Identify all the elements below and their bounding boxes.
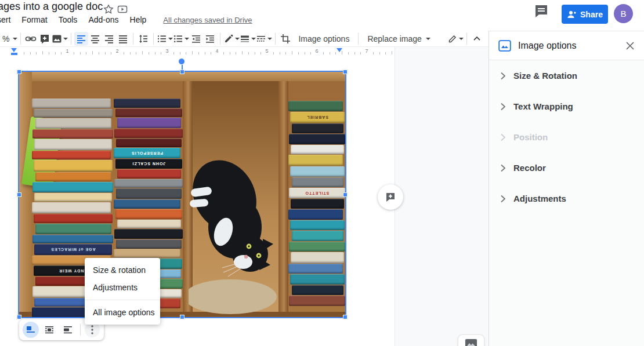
rotation-handle[interactable]	[178, 58, 185, 65]
resize-handle-w[interactable]	[17, 192, 21, 197]
collapse-toolbar-button[interactable]	[470, 32, 484, 46]
book-spine	[114, 179, 183, 188]
comments-icon[interactable]	[534, 4, 549, 18]
book-spine	[116, 188, 182, 199]
menu-item-size-rotation[interactable]: Size & rotation	[85, 261, 160, 279]
book-spine: SABRIEL	[290, 112, 345, 123]
ruler-tick	[354, 52, 355, 54]
insert-image-icon[interactable]	[52, 32, 68, 46]
ruler-tick	[348, 52, 349, 54]
resize-handle-se[interactable]	[343, 315, 348, 319]
resize-handle-ne[interactable]	[343, 70, 348, 74]
resize-handle-e[interactable]	[343, 192, 348, 197]
break-text-button[interactable]	[60, 322, 76, 338]
share-button-label: Share	[580, 10, 603, 19]
wrap-inline-button[interactable]	[23, 322, 39, 338]
panel-section-recolor[interactable]: Recolor	[489, 152, 644, 183]
title-bar: ages into a google doc sert Format Tools…	[0, 0, 644, 31]
align-right-button[interactable]	[102, 32, 116, 46]
left-indent-marker[interactable]	[11, 53, 17, 55]
move-folder-icon[interactable]	[117, 4, 128, 14]
image-options-toolbar-button[interactable]: Image options	[292, 32, 355, 46]
menu-item-adjustments[interactable]: Adjustments	[85, 279, 160, 296]
ruler-tick	[61, 52, 61, 54]
bulleted-list-button[interactable]	[173, 32, 189, 46]
ruler-number: 2	[115, 48, 118, 54]
replace-image-label: Replace image	[367, 34, 421, 43]
chevron-right-icon	[500, 72, 506, 80]
resize-handle-s[interactable]	[180, 315, 184, 319]
ruler-tick	[124, 52, 124, 54]
chevron-down-icon	[426, 38, 430, 40]
book-spine	[288, 155, 343, 166]
menu-item-all-image-options[interactable]: All image options	[85, 304, 160, 321]
decrease-indent-button[interactable]	[189, 32, 203, 46]
ruler-tick	[205, 52, 205, 54]
account-avatar[interactable]: B	[614, 4, 633, 23]
ruler-number: 4	[215, 48, 218, 54]
separator	[153, 33, 154, 45]
wrap-text-button[interactable]	[41, 322, 57, 338]
separator	[275, 33, 276, 45]
star-icon[interactable]	[103, 4, 114, 14]
justify-button[interactable]	[116, 32, 130, 46]
document-image[interactable]: AGE of MIRACLESANDY WEIRPERSEPOLISJOHN S…	[19, 72, 345, 317]
book-spine: JOHN SCALZI	[115, 159, 182, 169]
separator	[358, 33, 359, 45]
menu-separator	[85, 300, 160, 300]
panel-header: Image options	[489, 31, 644, 60]
insert-link-icon[interactable]	[24, 32, 38, 46]
replace-image-button[interactable]: Replace image	[361, 32, 436, 46]
line-spacing-icon[interactable]	[136, 32, 150, 46]
ruler-tick	[180, 52, 180, 54]
chevron-down-icon	[267, 38, 272, 40]
align-center-button[interactable]	[88, 32, 102, 46]
book-spine: STILETTO	[289, 188, 345, 198]
book-spine	[292, 177, 343, 187]
ruler-tick	[105, 52, 106, 54]
add-comment-button[interactable]	[378, 184, 403, 210]
resize-handle-sw[interactable]	[17, 315, 21, 319]
ruler-tick	[130, 52, 131, 54]
ruler-tick	[230, 52, 230, 54]
ruler-tick	[173, 52, 174, 54]
book-spine	[34, 109, 113, 118]
chevron-down-icon	[235, 38, 240, 40]
zoom-control[interactable]: %	[1, 34, 17, 43]
menu-tools[interactable]: Tools	[59, 15, 78, 24]
book-spine	[291, 199, 344, 209]
menu-format[interactable]: Format	[21, 15, 47, 24]
first-line-indent-marker[interactable]	[11, 48, 17, 52]
ruler: 1234567	[0, 47, 395, 56]
chevron-down-icon	[184, 38, 189, 40]
close-icon[interactable]	[625, 41, 635, 50]
book-spine	[34, 160, 113, 172]
resize-handle-nw[interactable]	[17, 70, 21, 74]
border-dash-icon[interactable]	[256, 32, 272, 46]
panel-section-adjustments[interactable]: Adjustments	[489, 183, 644, 214]
align-left-button[interactable]	[74, 32, 88, 46]
add-comment-icon[interactable]	[38, 32, 52, 46]
save-status[interactable]: All changes saved in Drive	[163, 16, 252, 24]
panel-section-size-rotation[interactable]: Size & Rotation	[489, 60, 644, 91]
increase-indent-button[interactable]	[203, 32, 217, 46]
panel-section-text-wrapping[interactable]: Text Wrapping	[489, 91, 644, 122]
image-panel-icon	[498, 40, 511, 52]
numbered-list-button[interactable]	[157, 32, 173, 46]
editing-mode-button[interactable]	[447, 32, 464, 46]
border-weight-icon[interactable]	[240, 32, 256, 46]
menu-help[interactable]: Help	[130, 15, 147, 24]
ruler-tick	[323, 52, 324, 54]
border-color-icon[interactable]	[223, 32, 240, 46]
image-tool-button-partial[interactable]	[458, 334, 484, 346]
menu-addons[interactable]: Add-ons	[88, 15, 118, 24]
panel-section-label: Adjustments	[513, 194, 566, 203]
book-spine	[34, 193, 112, 202]
resize-handle-n[interactable]	[180, 70, 184, 74]
crop-icon[interactable]	[278, 32, 292, 46]
ruler-number: 6	[315, 48, 318, 54]
menu-insert[interactable]: sert	[0, 15, 10, 24]
document-title[interactable]: ages into a google doc	[0, 1, 103, 13]
share-button[interactable]: Share	[562, 5, 608, 24]
ruler-number: 3	[165, 48, 168, 54]
